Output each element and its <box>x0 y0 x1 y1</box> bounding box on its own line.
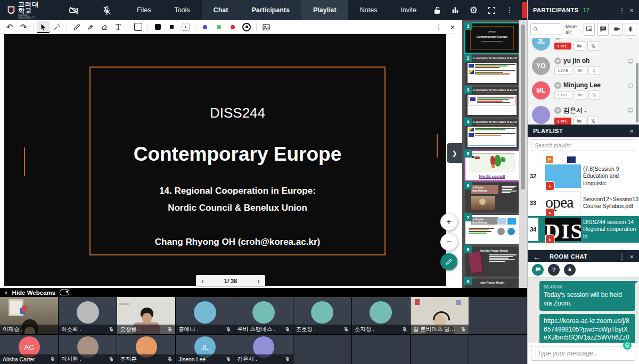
slide-thumb-9[interactable]: 9 rdic Peace Model <box>465 279 519 288</box>
playlist-close-icon[interactable]: × <box>629 127 634 135</box>
menu-tools[interactable]: Tools <box>162 0 201 20</box>
webcam-tile[interactable]: 조지훈 <box>117 335 175 364</box>
camera-off-icon[interactable] <box>69 0 79 20</box>
room-chat-more-icon[interactable]: ⋮ <box>618 253 625 261</box>
webcam-tile[interactable]: 홍예나 . <box>176 297 234 334</box>
prev-page-icon[interactable]: ‹ <box>201 277 204 285</box>
camera-off-icon[interactable] <box>575 66 586 75</box>
chat-tab-icon[interactable] <box>532 264 544 276</box>
color-red[interactable] <box>226 21 239 33</box>
shape-tool[interactable]: ▫ <box>132 21 144 33</box>
monitor-icon[interactable] <box>627 83 634 89</box>
participant-row[interactable]: ★김은서 . LIVE <box>528 103 639 125</box>
slide-stage[interactable]: DISS244 Contemporary Europe 14. Regional… <box>4 34 446 286</box>
thumbnail-collapse-handle[interactable]: ❯ <box>447 143 462 163</box>
unlock-icon[interactable] <box>428 6 446 14</box>
slide-thumb-6[interactable]: 6 ce Studies ohan Galtung <box>465 183 519 212</box>
camera-off-icon[interactable] <box>575 90 586 100</box>
mute-all-mics-button[interactable] <box>625 23 636 36</box>
stats-icon[interactable] <box>446 6 464 14</box>
monitor-icon[interactable] <box>627 38 634 40</box>
zoom-out-button[interactable]: − <box>440 234 457 251</box>
mute-all-chat-button[interactable] <box>597 23 609 36</box>
slide-thumb-4[interactable]: 4 e scenarios for the Future of EU 27 <box>465 119 519 148</box>
webcam-tile[interactable]: AC Alisha Carter <box>0 335 58 364</box>
participants-more-icon[interactable]: ⋮ <box>618 6 625 14</box>
participant-row[interactable]: ML ★Minjung Lee LIVE <box>528 79 639 103</box>
mic-off-icon[interactable] <box>588 66 600 75</box>
starred-tab-icon[interactable]: ★ <box>564 264 576 276</box>
next-page-icon[interactable]: › <box>257 277 260 285</box>
playlist-item-32[interactable]: 32 ⋮ ▲ (7:6)Session 9 Education and Ling… <box>528 163 639 189</box>
stroke-size-large[interactable] <box>151 21 164 33</box>
webcam-toggle-icon[interactable] <box>60 289 69 295</box>
monitor-icon[interactable] <box>627 107 634 113</box>
thumbnail-scrollbar-thumb[interactable] <box>521 24 525 189</box>
mic-off-icon[interactable] <box>587 42 599 51</box>
laser-wand-tool[interactable] <box>51 21 63 33</box>
drag-handle-icon[interactable]: ⋮ <box>540 201 543 205</box>
pen-nib-tool[interactable] <box>84 21 97 33</box>
mic-off-icon[interactable] <box>102 0 111 20</box>
color-green[interactable] <box>212 21 225 33</box>
help-tab-icon[interactable]: ? <box>548 264 560 276</box>
slide-thumb-5[interactable]: 5 Nordic council <box>465 151 519 180</box>
menu-chat[interactable]: Chat <box>202 0 240 20</box>
webcam-tile[interactable]: JL Jiseon Lee <box>176 335 234 364</box>
fullscreen-icon[interactable] <box>482 6 501 14</box>
participants-scrollbar-thumb[interactable] <box>636 63 638 122</box>
playlist-item-33[interactable]: 33 ⋮ opea▲ Session12~Session13 Course Sy… <box>528 189 639 216</box>
menu-playlist[interactable]: Playlist <box>301 0 348 20</box>
pencil-tool[interactable] <box>70 21 83 33</box>
mute-all-cameras-button[interactable] <box>611 23 622 36</box>
stroke-size-small[interactable] <box>165 21 178 33</box>
participant-row[interactable]: YO ★yu jin oh LIVE <box>528 54 639 79</box>
webcam-tile[interactable]: 루비 스탬네스 . <box>234 297 292 334</box>
slide-thumb-7[interactable]: 7 ce Studies ohan Galtung <box>465 215 519 244</box>
menu-files[interactable]: Files <box>125 0 162 20</box>
webcam-tile[interactable]: 소자정 . <box>352 297 410 334</box>
slide-thumb-3[interactable]: 3 e scenarios for the Future of EU 27 <box>465 87 519 117</box>
webcam-tile[interactable]: 하소희 . <box>59 297 117 334</box>
undo-icon[interactable]: ↶ <box>3 21 16 33</box>
zoom-in-button[interactable]: + <box>440 213 457 230</box>
chat-message-link[interactable]: https://korea-ac-kr.zoom.us/j/8657499810… <box>539 314 635 343</box>
drag-handle-icon[interactable]: ⋮ <box>540 227 543 232</box>
webcam-tile[interactable]: 이재승 . <box>0 297 58 334</box>
eraser-tool[interactable] <box>98 21 111 33</box>
back-arrow-icon[interactable]: ← <box>533 252 541 261</box>
draw-pencil-button[interactable] <box>440 253 457 270</box>
webcam-tile[interactable]: 김은서 . <box>234 335 292 364</box>
camera-off-icon[interactable] <box>574 117 585 125</box>
mic-off-icon[interactable] <box>588 90 600 100</box>
menu-participants[interactable]: Participants <box>240 0 301 20</box>
select-cursor-tool[interactable] <box>37 21 50 33</box>
color-black-selected[interactable] <box>240 21 253 33</box>
mute-all-screens-button[interactable] <box>584 23 595 36</box>
webcam-tile[interactable]: 오창룡 . <box>117 297 175 334</box>
stroke-size-dotted[interactable] <box>179 21 192 33</box>
playlist-item-34-selected[interactable]: 34 ⋮ DIS▲ DISS244 session 14 Regional co… <box>528 216 639 243</box>
settings-gear-icon[interactable]: ⚙ <box>464 5 482 16</box>
webcam-tile[interactable]: 이서현 . <box>59 335 117 364</box>
menu-invite[interactable]: Invite <box>389 0 428 20</box>
text-tool[interactable]: T <box>112 21 125 33</box>
chat-message-input[interactable]: Type your message... G <box>531 346 635 361</box>
toolbar-more-icon[interactable]: ⋮ <box>432 21 445 33</box>
mic-off-icon[interactable] <box>587 117 599 125</box>
playlist-search-input[interactable]: Search playlist <box>531 139 635 151</box>
camera-off-icon[interactable] <box>574 42 585 51</box>
playlist-item-partial[interactable]: ⋮ P <box>528 155 639 163</box>
hide-webcams-label[interactable]: Hide Webcams <box>12 289 56 296</box>
participant-row[interactable]: JL ★Jiseon Lee LIVE <box>528 38 639 54</box>
toolbar-close-icon[interactable]: × <box>446 21 459 33</box>
room-chat-close-icon[interactable]: × <box>629 253 634 261</box>
participants-search-input[interactable] <box>530 23 561 35</box>
redo-icon[interactable]: ↷ <box>17 21 30 33</box>
chevron-down-icon[interactable]: ∨ <box>4 290 8 295</box>
slide-thumb-2[interactable]: 2 e scenarios for the Future of EU 27 <box>465 55 519 85</box>
slide-thumb-1[interactable]: 1 DISS244 Contemporary Europe <box>465 23 519 53</box>
monitor-icon[interactable] <box>627 59 634 64</box>
grammarly-icon[interactable]: G <box>623 341 632 350</box>
drag-handle-icon[interactable]: ⋮ <box>540 174 543 179</box>
